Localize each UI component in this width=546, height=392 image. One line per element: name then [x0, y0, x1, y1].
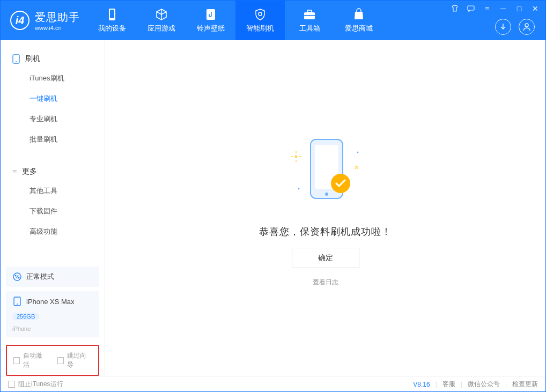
cube-icon	[154, 8, 168, 21]
shield-icon	[253, 8, 267, 21]
success-illustration	[267, 130, 385, 216]
download-button[interactable]	[495, 19, 511, 35]
sidebar-item-pro-flash[interactable]: 专业刷机	[1, 109, 105, 129]
app-name-cn: 爱思助手	[35, 10, 80, 25]
tab-apps-games[interactable]: 应用游戏	[137, 1, 186, 40]
sidebar-item-advanced[interactable]: 高级功能	[1, 221, 105, 242]
device-mode-box[interactable]: 正常模式	[6, 267, 99, 287]
svg-point-8	[525, 24, 528, 27]
checkbox-icon	[57, 357, 64, 364]
minimize-icon[interactable]: ─	[498, 4, 508, 13]
tab-label: 应用游戏	[147, 24, 175, 33]
checkbox-block-itunes[interactable]: 阻止iTunes运行	[8, 380, 63, 389]
svg-point-18	[325, 193, 328, 196]
mode-icon	[12, 272, 22, 282]
header-right-buttons	[495, 19, 535, 35]
tab-store[interactable]: 爱思商城	[334, 1, 383, 40]
tab-label: 我的设备	[98, 24, 126, 33]
sidebar-item-itunes-flash[interactable]: iTunes刷机	[1, 68, 105, 88]
checkbox-label: 跳过向导	[67, 351, 92, 369]
sidebar-item-other-tools[interactable]: 其他工具	[1, 181, 105, 201]
close-icon[interactable]: ✕	[530, 4, 540, 13]
sidebar-section-flash: 刷机	[1, 50, 105, 68]
maximize-icon[interactable]: □	[514, 4, 524, 13]
support-link[interactable]: 客服	[442, 380, 455, 389]
check-update-link[interactable]: 检查更新	[512, 380, 538, 389]
logo: i4 爱思助手 www.i4.cn	[1, 1, 87, 40]
svg-point-22	[298, 188, 299, 189]
music-file-icon	[204, 8, 218, 21]
sidebar-item-oneclick-flash[interactable]: 一键刷机	[1, 88, 105, 109]
header-tabs: 我的设备 应用游戏 铃声壁纸 智能刷机 工具箱 爱思商城	[87, 1, 383, 40]
svg-point-15	[17, 304, 18, 305]
ok-button[interactable]: 确定	[292, 248, 359, 268]
svg-point-21	[357, 151, 358, 153]
svg-point-12	[15, 275, 17, 277]
svg-point-20	[294, 155, 297, 158]
tab-label: 智能刷机	[246, 24, 274, 33]
checkbox-auto-activate[interactable]: 自动激活	[13, 351, 48, 369]
section-title: 更多	[22, 167, 37, 176]
device-storage: 256GB	[12, 313, 39, 320]
svg-rect-1	[110, 10, 114, 18]
phone-icon	[105, 8, 119, 21]
wechat-link[interactable]: 微信公众号	[468, 380, 500, 389]
bag-icon	[352, 8, 366, 21]
menu-icon: ≡	[12, 167, 17, 176]
phone-small-icon	[12, 297, 22, 306]
device-icon	[12, 54, 20, 64]
tab-my-device[interactable]: 我的设备	[87, 1, 137, 40]
toolbox-icon	[302, 8, 316, 21]
app-body: 刷机 iTunes刷机 一键刷机 专业刷机 批量刷机 ≡ 更多 其他工具 下载固…	[1, 40, 545, 376]
tab-label: 爱思商城	[345, 24, 373, 33]
footer: 阻止iTunes运行 V8.16 | 客服 | 微信公众号 | 检查更新	[1, 376, 545, 392]
sidebar-item-batch-flash[interactable]: 批量刷机	[1, 129, 105, 150]
checkbox-icon	[13, 357, 20, 364]
svg-point-10	[16, 61, 17, 62]
tab-label: 工具箱	[299, 24, 320, 33]
checkbox-skip-guide[interactable]: 跳过向导	[57, 351, 92, 369]
main-content: 恭喜您，保资料刷机成功啦！ 确定 查看日志	[105, 40, 545, 376]
app-header: i4 爱思助手 www.i4.cn 我的设备 应用游戏 铃声壁纸 智能刷机 工具…	[1, 1, 545, 40]
device-name: iPhone XS Max	[26, 298, 75, 306]
tshirt-icon[interactable]	[450, 4, 460, 13]
version-label: V8.16	[413, 381, 430, 388]
success-message: 恭喜您，保资料刷机成功啦！	[259, 225, 392, 238]
mode-label: 正常模式	[26, 272, 54, 282]
sidebar-item-download-firmware[interactable]: 下载固件	[1, 201, 105, 221]
tab-label: 铃声壁纸	[197, 24, 225, 33]
svg-rect-7	[468, 6, 474, 10]
svg-point-3	[259, 12, 262, 16]
menu-icon[interactable]: ≡	[482, 4, 492, 13]
user-button[interactable]	[519, 19, 535, 35]
device-type: iPhone	[12, 326, 31, 332]
checkbox-icon	[8, 381, 15, 388]
svg-point-13	[18, 277, 20, 279]
app-name-en: www.i4.cn	[35, 25, 80, 31]
tab-ringtone-wallpaper[interactable]: 铃声壁纸	[186, 1, 235, 40]
device-info-box[interactable]: iPhone XS Max 256GB iPhone	[6, 291, 99, 337]
feedback-icon[interactable]	[466, 4, 476, 13]
checkbox-label: 自动激活	[23, 351, 48, 369]
checkbox-label: 阻止iTunes运行	[18, 380, 63, 389]
svg-rect-5	[307, 10, 312, 12]
tab-toolbox[interactable]: 工具箱	[285, 1, 334, 40]
sidebar: 刷机 iTunes刷机 一键刷机 专业刷机 批量刷机 ≡ 更多 其他工具 下载固…	[1, 40, 105, 376]
svg-rect-2	[206, 9, 215, 20]
device-panel: 正常模式 iPhone XS Max 256GB iPhone	[1, 267, 105, 342]
section-title: 刷机	[25, 54, 40, 64]
svg-rect-6	[304, 15, 315, 16]
logo-icon: i4	[10, 11, 29, 30]
sidebar-section-more: ≡ 更多	[1, 162, 105, 181]
checkbox-row-highlighted: 自动激活 跳过向导	[6, 345, 99, 376]
view-log-link[interactable]: 查看日志	[313, 278, 338, 287]
window-controls: ≡ ─ □ ✕	[450, 4, 540, 13]
tab-smart-flash[interactable]: 智能刷机	[235, 1, 285, 40]
